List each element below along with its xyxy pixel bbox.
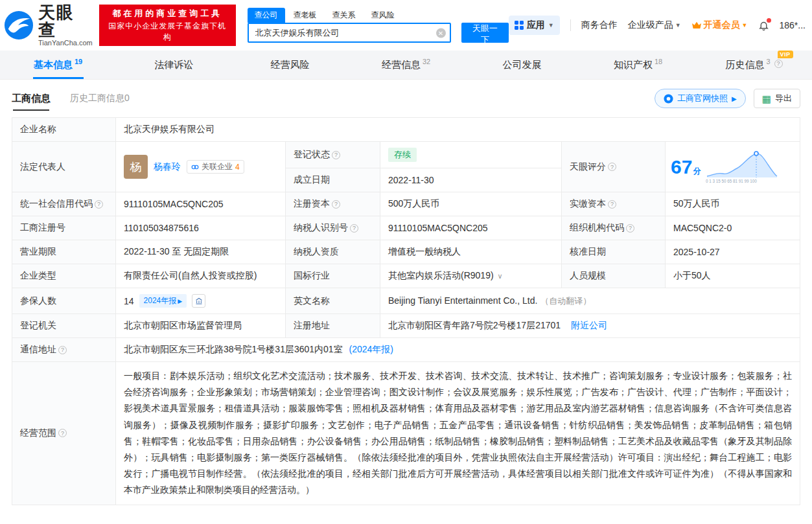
status-badge: 存续 — [388, 148, 417, 162]
help-icon[interactable]: ? — [774, 60, 783, 68]
help-icon[interactable]: ? — [58, 429, 67, 437]
label-mail-address: 通信地址? — [12, 338, 116, 362]
label-business-term: 营业期限 — [12, 240, 116, 264]
help-icon[interactable]: ? — [608, 163, 616, 171]
menu-open-vip[interactable]: 开通会员 ▼ — [691, 19, 748, 31]
tab-label: 经营信息 — [382, 59, 421, 71]
annual-report-label: 2024年报 — [144, 295, 177, 306]
nearby-companies-link[interactable]: 附近公司 — [571, 320, 607, 330]
tab-count: 32 — [423, 58, 430, 65]
insured-count: 14 — [124, 296, 134, 306]
social-insurance-icon[interactable] — [192, 294, 205, 308]
label-org-code: 组织机构代码? — [562, 216, 666, 240]
snapshot-label: 工商官网快照 — [677, 93, 728, 104]
value-legal-rep: 杨 杨春玲 关联企业 4 — [116, 142, 286, 192]
chevron-down-icon: ▼ — [742, 22, 748, 28]
org-code-label: 组织机构代码 — [570, 222, 624, 234]
subtab-history-business-info[interactable]: 历史工商信息0 — [70, 85, 130, 112]
enterprise-label: 企业级产品 — [628, 19, 673, 31]
industry-value: 其他室内娱乐活动(R9019) — [388, 270, 494, 280]
score-label: 天眼评分 — [570, 161, 606, 173]
value-paid-capital: 50万人民币 — [666, 192, 800, 216]
related-label: 关联企业 — [202, 161, 233, 172]
grid-icon — [515, 21, 524, 30]
reg-status-label: 登记状态 — [294, 149, 330, 161]
search-tab-company[interactable]: 查公司 — [248, 8, 285, 23]
business-info-subnav: 工商信息 历史工商信息0 工商官网快照 ▶ ▦ 导出 — [0, 80, 812, 117]
label-approval-date: 核准日期 — [562, 240, 666, 264]
legal-rep-avatar[interactable]: 杨 — [124, 155, 148, 179]
clear-search-icon[interactable]: ✕ — [436, 28, 446, 38]
label-establish-date: 成立日期 — [286, 168, 380, 192]
tab-history-info[interactable]: 历史信息 3 ? VIP — [696, 51, 812, 79]
tab-label: 知识产权 — [614, 59, 653, 71]
help-icon[interactable]: ? — [350, 224, 358, 233]
notifications-bell[interactable] — [758, 20, 769, 31]
search-tab-boss[interactable]: 查老板 — [286, 8, 324, 23]
official-snapshot-button[interactable]: 工商官网快照 ▶ — [655, 89, 746, 108]
label-company-name: 企业名称 — [12, 118, 116, 142]
brand-domain: TianYanCha.com — [38, 39, 93, 47]
row-type: 企业类型 有限责任公司(自然人投资或控股) 国标行业 其他室内娱乐活动(R901… — [12, 264, 800, 288]
tab-legal-proceedings[interactable]: 法律诉讼 — [116, 51, 232, 79]
help-icon[interactable]: ? — [332, 200, 340, 209]
label-taxpayer-quality: 纳税人资质 — [286, 240, 380, 264]
help-icon[interactable]: ? — [332, 151, 340, 159]
chevron-right-icon: ▶ — [732, 95, 737, 102]
label-staff-size: 人员规模 — [562, 264, 666, 288]
annual-report-tag[interactable]: 2024年报▶ — [139, 294, 187, 308]
value-english-name: Beijing Tianyi Entertainment Co., Ltd.（自… — [380, 288, 800, 314]
value-industry: 其他室内娱乐活动(R9019)∨ — [380, 264, 562, 288]
value-tianyan-score[interactable]: 67分 0 1 3 15 50 65 81 91 99 100 — [666, 142, 800, 192]
row-insured: 参保人数 14 2024年报▶ 英文名称 Beijing Tianyi Ente… — [12, 288, 800, 314]
row-term: 营业期限 2022-11-30 至 无固定期限 纳税人资质 增值税一般纳税人 核… — [12, 240, 800, 264]
apps-label: 应用 — [527, 19, 545, 31]
label-reg-status: 登记状态? — [286, 142, 380, 168]
tab-intellectual-property[interactable]: 知识产权18 — [580, 51, 696, 79]
help-icon[interactable]: ? — [95, 200, 103, 209]
menu-cooperation[interactable]: 商务合作 — [581, 19, 618, 31]
related-companies-tag[interactable]: 关联企业 4 — [187, 160, 244, 174]
crown-icon — [691, 21, 702, 29]
tianyancha-logo[interactable]: 天眼查 TianYanCha.com — [4, 4, 93, 47]
search-input[interactable] — [248, 23, 451, 43]
paid-capital-label: 实缴资本 — [570, 198, 606, 210]
credit-code-label: 统一社会信用代码 — [20, 198, 93, 210]
vip-label: 开通会员 — [704, 19, 740, 31]
export-button[interactable]: ▦ 导出 — [754, 89, 800, 108]
mail-address-value: 北京市朝阳区东三环北路38号院1号楼31层3601内01室 — [124, 344, 343, 354]
search-tab-risk[interactable]: 查风险 — [364, 8, 402, 23]
help-icon[interactable]: ? — [626, 224, 634, 233]
help-icon[interactable]: ? — [58, 346, 67, 354]
legal-rep-link[interactable]: 杨春玲 — [154, 161, 181, 173]
search-tab-relation[interactable]: 查关系 — [325, 8, 363, 23]
tab-label: 基本信息 — [34, 59, 73, 71]
tab-basic-info[interactable]: 基本信息19 — [0, 51, 116, 79]
subtab-business-info[interactable]: 工商信息 — [12, 85, 51, 112]
tab-operating-info[interactable]: 经营信息32 — [348, 51, 464, 79]
annual-report-link[interactable]: (2024年报) — [349, 344, 393, 354]
tab-operating-risk[interactable]: 经营风险 — [232, 51, 348, 79]
tab-company-development[interactable]: 公司发展 — [464, 51, 580, 79]
label-reg-number: 工商注册号 — [12, 216, 116, 240]
top-menu: 应用 ▼ 商务合作 企业级产品 ▼ 开通会员 ▼ 186*... — [509, 16, 806, 35]
label-reg-capital: 注册资本? — [286, 192, 380, 216]
label-english-name: 英文名称 — [286, 288, 380, 314]
search-button[interactable]: 天眼一下 — [461, 23, 509, 43]
value-tax-id: 91110105MAC5QNC205 — [380, 216, 562, 240]
score-unit: 分 — [693, 166, 701, 176]
label-paid-capital: 实缴资本? — [562, 192, 666, 216]
tab-label: 公司发展 — [503, 59, 542, 71]
tab-count: 19 — [75, 58, 82, 65]
slogan-line1: 都在用的商业查询工具 — [105, 8, 230, 19]
business-info-table: 企业名称 北京天伊娱乐有限公司 法定代表人 杨 杨春玲 关联企业 4 登记状态?… — [12, 117, 800, 505]
value-reg-status: 存续 — [380, 142, 562, 168]
menu-enterprise-products[interactable]: 企业级产品 ▼ — [628, 19, 681, 31]
help-icon[interactable]: ? — [608, 200, 616, 209]
label-insured: 参保人数 — [12, 288, 116, 314]
value-credit-code: 91110105MAC5QNC205 — [116, 192, 286, 216]
snapshot-icon — [664, 94, 673, 104]
apps-menu[interactable]: 应用 ▼ — [509, 16, 560, 35]
user-phone[interactable]: 186*... — [780, 20, 806, 30]
chevron-down-icon[interactable]: ∨ — [498, 272, 503, 280]
